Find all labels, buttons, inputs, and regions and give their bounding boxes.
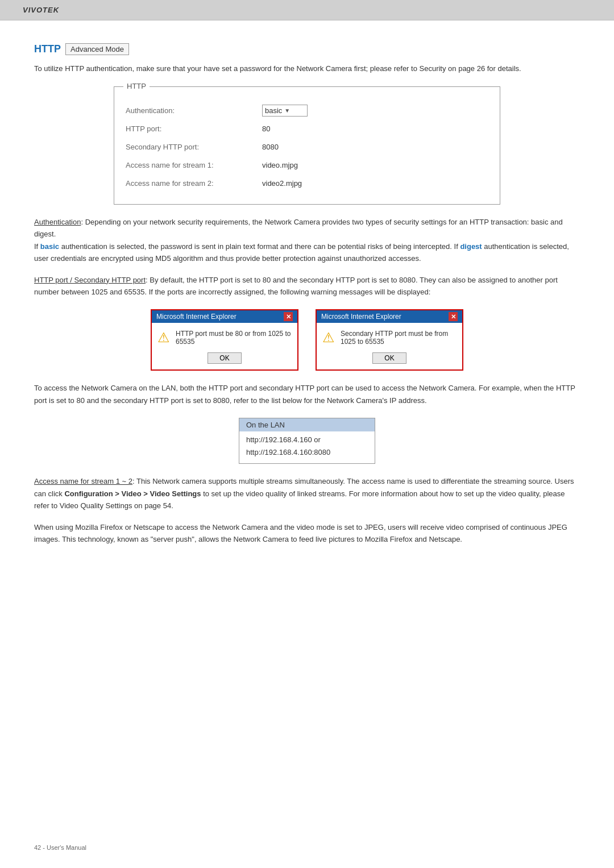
stream1-value: video.mjpg: [262, 156, 488, 175]
dialog-1-body: ⚠ HTTP port must be 80 or from 1025 to 6…: [152, 323, 297, 350]
dialog-2-body: ⚠ Secondary HTTP port must be from 1025 …: [317, 323, 462, 350]
basic-word: basic: [40, 242, 59, 251]
http-port-label: HTTP port:: [126, 120, 262, 138]
stream-section-heading: Access name for stream 1 ~ 2: [34, 477, 132, 485]
stream1-label: Access name for stream 1:: [126, 156, 262, 175]
dialogs-row: Microsoft Internet Explorer ✕ ⚠ HTTP por…: [34, 309, 580, 371]
secondary-port-value: 8080: [262, 138, 488, 156]
secondary-port-label: Secondary HTTP port:: [126, 138, 262, 156]
http-settings-box: HTTP Authentication: basic ▼ HTTP port: …: [114, 86, 500, 205]
lan-box: On the LAN http://192.168.4.160 or http:…: [239, 418, 375, 464]
stream-section: Access name for stream 1 ~ 2: This Netwo…: [34, 475, 580, 512]
table-row: Secondary HTTP port: 8080: [126, 138, 488, 156]
lan-url-2: http://192.168.4.160:8080: [246, 446, 368, 459]
dialog-2-ok-button[interactable]: OK: [372, 352, 406, 364]
dialog-2-footer: OK: [317, 350, 462, 369]
table-row: HTTP port: 80: [126, 120, 488, 138]
dialog-1-footer: OK: [152, 350, 297, 369]
lan-section: On the LAN http://192.168.4.160 or http:…: [34, 418, 580, 464]
top-bar: VIVOTEK: [0, 0, 614, 20]
auth-label: Authentication:: [126, 102, 262, 120]
lan-url-1: http://192.168.4.160 or: [246, 434, 368, 446]
http-port-value: 80: [262, 120, 488, 138]
digest-word: digest: [460, 242, 482, 251]
lan-box-body: http://192.168.4.160 or http://192.168.4…: [239, 431, 375, 463]
dialog-2-title-bar: Microsoft Internet Explorer ✕: [317, 310, 462, 323]
page-header: HTTP Advanced Mode: [34, 43, 580, 55]
dialog-1-message: HTTP port must be 80 or from 1025 to 655…: [176, 330, 292, 346]
dialog-2-warning-icon: ⚠: [322, 330, 335, 346]
auth-section-heading: Authentication: [34, 218, 81, 226]
dialog-1-title-bar: Microsoft Internet Explorer ✕: [152, 310, 297, 323]
lan-intro-text: To access the Network Camera on the LAN,…: [34, 382, 580, 406]
http-heading: HTTP: [34, 43, 61, 55]
port-section-heading: HTTP port / Secondary HTTP port: [34, 276, 146, 284]
dialog-1: Microsoft Internet Explorer ✕ ⚠ HTTP por…: [151, 309, 298, 371]
stream2-label: Access name for stream 2:: [126, 175, 262, 193]
auth-select-value: basic: [265, 106, 282, 115]
advanced-mode-badge[interactable]: Advanced Mode: [65, 43, 129, 55]
auth-text3: authentication is selected, the password…: [59, 242, 460, 251]
auth-text1: : Depending on your network security req…: [34, 218, 563, 238]
lan-box-title: On the LAN: [239, 418, 375, 431]
auth-text2: If: [34, 242, 40, 251]
table-row: Authentication: basic ▼: [126, 102, 488, 120]
dialog-1-title: Microsoft Internet Explorer: [156, 313, 237, 321]
http-settings-table: Authentication: basic ▼ HTTP port: 80: [126, 102, 488, 193]
dialog-2-message: Secondary HTTP port must be from 1025 to…: [341, 330, 457, 346]
dialog-2-title: Microsoft Internet Explorer: [321, 313, 401, 321]
auth-value[interactable]: basic ▼: [262, 102, 488, 120]
http-box-title: HTTP: [123, 82, 150, 90]
dialog-2-close-button[interactable]: ✕: [449, 312, 458, 321]
footer-label: 42 - User's Manual: [34, 844, 86, 851]
auth-section: Authentication: Depending on your networ…: [34, 216, 580, 265]
table-row: Access name for stream 2: video2.mjpg: [126, 175, 488, 193]
stream2-value: video2.mjpg: [262, 175, 488, 193]
brand-label: VIVOTEK: [23, 6, 59, 14]
intro-text: To utilize HTTP authentication, make sur…: [34, 63, 580, 75]
auth-select[interactable]: basic ▼: [262, 105, 308, 117]
stream-bold-text: Configuration > Video > Video Settings: [64, 489, 201, 498]
firefox-section: When using Mozilla Firefox or Netscape t…: [34, 521, 580, 546]
port-section: HTTP port / Secondary HTTP port: By defa…: [34, 274, 580, 298]
select-arrow-icon: ▼: [284, 107, 290, 114]
dialog-1-ok-button[interactable]: OK: [208, 352, 241, 364]
dialog-1-close-button[interactable]: ✕: [284, 312, 293, 321]
dialog-2: Microsoft Internet Explorer ✕ ⚠ Secondar…: [316, 309, 463, 371]
table-row: Access name for stream 1: video.mjpg: [126, 156, 488, 175]
dialog-1-warning-icon: ⚠: [157, 330, 170, 346]
